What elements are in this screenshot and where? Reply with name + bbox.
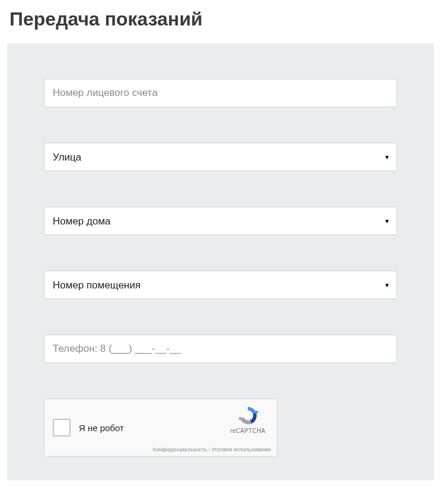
house-select-wrapper: Номер дома ▼ — [44, 207, 397, 235]
recaptcha-brand: reCAPTCHA — [225, 428, 271, 434]
form-container: Улица ▼ Номер дома ▼ Номер помещения ▼ Я… — [7, 43, 434, 480]
room-number-field: Номер помещения ▼ — [44, 271, 397, 299]
recaptcha-left: Я не робот — [44, 419, 124, 436]
recaptcha-label: Я не робот — [79, 423, 124, 433]
recaptcha-checkbox[interactable] — [53, 419, 71, 436]
house-number-field: Номер дома ▼ — [44, 207, 397, 235]
street-select[interactable]: Улица — [44, 143, 397, 171]
phone-input[interactable] — [44, 335, 397, 363]
street-field: Улица ▼ — [44, 143, 397, 171]
room-select-wrapper: Номер помещения ▼ — [44, 271, 397, 299]
recaptcha-right: reCAPTCHA — [225, 405, 271, 434]
recaptcha-footer: Конфиденциальность - Условия использован… — [153, 447, 271, 452]
account-number-input[interactable] — [44, 79, 397, 107]
recaptcha-widget: Я не робот reCAPTCHA Конфиденциальность … — [44, 399, 277, 457]
phone-field — [44, 335, 397, 363]
street-select-wrapper: Улица ▼ — [44, 143, 397, 171]
account-number-field — [44, 79, 397, 107]
house-number-select[interactable]: Номер дома — [44, 207, 397, 235]
room-number-select[interactable]: Номер помещения — [44, 271, 397, 299]
page-title: Передача показаний — [0, 0, 441, 43]
recaptcha-logo-icon — [237, 405, 258, 426]
